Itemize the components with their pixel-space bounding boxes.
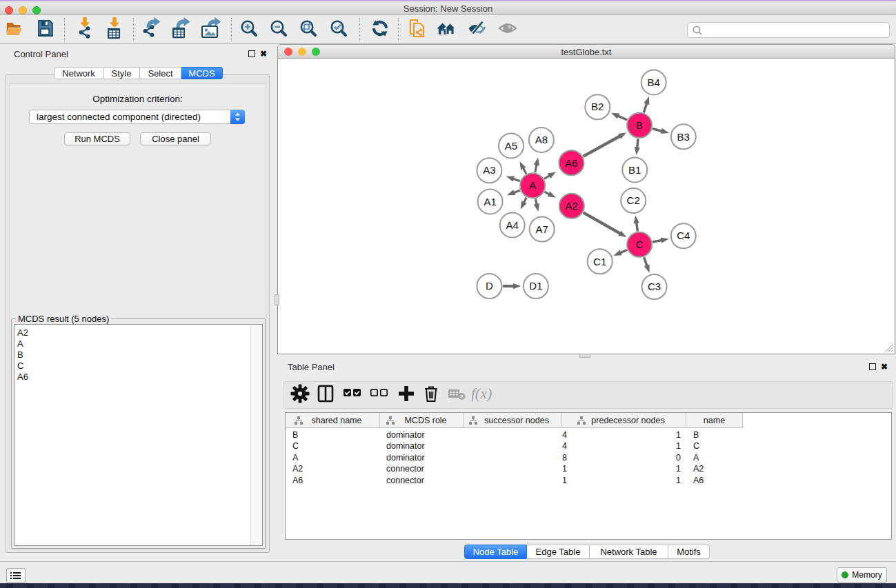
svg-text:A5: A5: [505, 140, 517, 152]
svg-text:A4: A4: [506, 219, 519, 231]
svg-text:A6: A6: [565, 157, 577, 169]
svg-text:B1: B1: [628, 164, 641, 176]
svg-text:C: C: [636, 239, 644, 250]
svg-text:A2: A2: [566, 200, 578, 212]
svg-text:A3: A3: [483, 164, 495, 176]
svg-text:C2: C2: [627, 194, 640, 206]
svg-text:D1: D1: [529, 280, 542, 292]
svg-text:C1: C1: [593, 256, 606, 267]
svg-text:f(x): f(x): [472, 385, 492, 402]
svg-text:B2: B2: [591, 101, 604, 112]
svg-text:B3: B3: [677, 131, 690, 143]
svg-text:A1: A1: [484, 196, 496, 207]
svg-text:B: B: [636, 119, 643, 131]
svg-text:A: A: [529, 179, 536, 191]
svg-text:A8: A8: [535, 134, 548, 145]
svg-text:D: D: [486, 280, 493, 292]
svg-text:C4: C4: [677, 230, 690, 241]
svg-text:A7: A7: [536, 223, 548, 235]
svg-text:B4: B4: [648, 77, 660, 88]
svg-text:C3: C3: [648, 281, 661, 292]
